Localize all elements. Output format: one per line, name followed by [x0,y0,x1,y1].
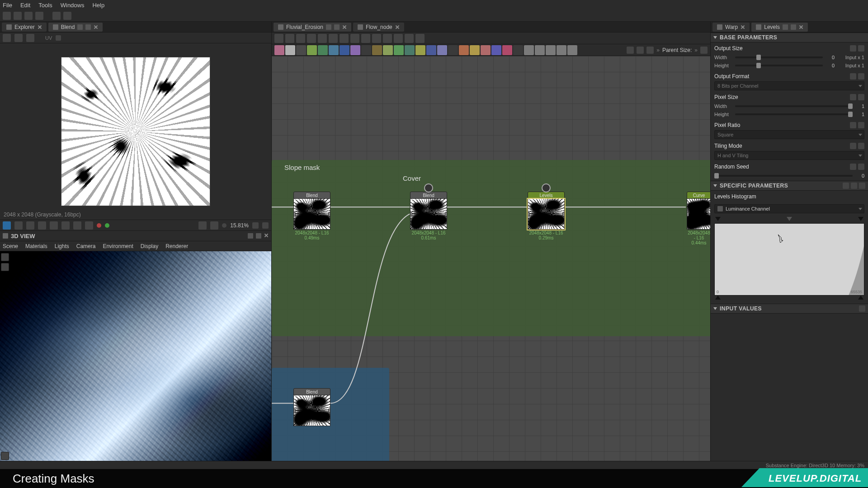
dropdown-output-format[interactable]: 8 Bits per Channel [714,81,864,90]
gizmo-icon[interactable] [1,452,9,460]
expose-icon[interactable] [850,73,856,80]
output-black-handle[interactable] [715,296,721,300]
palette-swatch[interactable] [524,45,534,55]
crop-icon[interactable] [415,34,425,43]
popout-icon[interactable] [334,24,340,30]
select-icon[interactable] [274,34,283,43]
palette-icon[interactable] [637,47,644,54]
copy-icon[interactable] [14,34,23,42]
palette-swatch[interactable] [405,45,415,55]
palette-swatch[interactable] [567,45,577,55]
unlink-icon[interactable] [372,34,381,43]
view-mode-icon[interactable] [3,221,11,230]
tab-fluvial-erosion[interactable]: Fluvial_Erosion [274,23,351,32]
ruler-icon[interactable] [50,221,58,230]
palette-swatch[interactable] [448,45,458,55]
expose-icon[interactable] [850,143,856,149]
palette-swatch[interactable] [481,45,491,55]
expose-icon[interactable] [850,122,856,128]
tab-flow-node[interactable]: Flow_node [353,23,404,32]
palette-icon[interactable] [627,47,634,54]
node-blend[interactable]: Blend 2048x2048 - L160.61ms [410,192,447,240]
preset-icon[interactable] [859,183,865,189]
levels-histogram[interactable]: 0 65535 [714,223,864,296]
channel-icon[interactable] [85,221,93,230]
close-icon[interactable] [799,25,803,29]
menu-help[interactable]: Help [92,2,104,9]
camera-icon[interactable] [1,253,9,261]
reset-icon[interactable] [858,164,864,170]
pin-icon[interactable] [326,24,331,30]
menu-edit[interactable]: Edit [20,2,30,9]
palette-swatch[interactable] [513,45,523,55]
section-specific-parameters[interactable]: SPECIFIC PARAMETERS [711,181,868,191]
node-input[interactable] [687,212,689,216]
palette-swatch[interactable] [307,45,317,55]
channel-r-icon[interactable] [97,223,101,228]
close-icon[interactable] [342,25,347,29]
slider-px-height[interactable] [735,113,853,115]
node-input[interactable] [293,212,296,216]
refresh-icon[interactable] [383,34,392,43]
expose-icon[interactable] [850,94,856,100]
zoom-icon[interactable] [318,34,327,43]
add-icon[interactable] [859,305,865,312]
palette-icon[interactable] [646,47,654,54]
slider-width[interactable] [735,56,823,58]
section-base-parameters[interactable]: BASE PARAMETERS [711,33,868,42]
menu-file[interactable]: File [3,2,12,9]
tab-display[interactable]: Display [141,243,158,249]
palette-swatch[interactable] [394,45,404,55]
node-curve[interactable]: Curve 2048x2048 - L160.44ms [687,192,710,245]
tab-renderer[interactable]: Renderer [165,243,188,249]
node-levels[interactable]: Levels 2048x2048 - L160.29ms [528,192,565,240]
expose-icon[interactable] [850,164,856,170]
node-output[interactable] [328,212,330,216]
pin-icon[interactable] [783,24,788,30]
palette-swatch[interactable] [535,45,545,55]
link-parent-icon[interactable] [700,47,708,54]
palette-swatch[interactable] [546,45,556,55]
save-icon[interactable] [24,12,33,20]
tool-icon[interactable] [26,221,34,230]
popout-icon[interactable] [791,24,796,30]
output-white-handle[interactable] [858,296,863,300]
popout-icon[interactable] [85,24,91,30]
info-icon[interactable] [307,34,316,43]
node-output[interactable] [445,212,447,216]
slider-height[interactable] [735,65,823,66]
node-output[interactable] [562,212,565,216]
compare-icon[interactable] [26,34,34,42]
section-input-values[interactable]: INPUT VALUES [711,304,868,314]
home-icon[interactable] [3,12,11,20]
input-white-handle[interactable] [858,217,863,221]
input-black-handle[interactable] [715,217,721,221]
palette-swatch[interactable] [426,45,436,55]
tab-levels[interactable]: Levels [751,23,808,32]
dot-icon[interactable] [222,223,226,228]
slider-px-width[interactable] [735,105,853,107]
info-icon[interactable] [61,221,70,230]
crosshair-icon[interactable] [198,221,207,230]
palette-swatch[interactable] [502,45,512,55]
palette-swatch[interactable] [329,45,339,55]
popout-icon[interactable] [256,233,261,239]
pin-icon[interactable] [248,233,253,239]
reset-icon[interactable] [858,94,864,100]
palette-swatch[interactable] [383,45,393,55]
dropdown-icon[interactable] [56,35,61,41]
lock-icon[interactable] [252,222,259,229]
close-icon[interactable] [264,233,269,238]
close-icon[interactable] [395,25,400,29]
histogram-icon[interactable] [73,221,81,230]
fit-icon[interactable] [329,34,338,43]
preset-icon[interactable] [843,183,849,189]
3d-viewport[interactable] [0,251,271,461]
input-mid-handle[interactable] [787,217,792,221]
slider-random-seed[interactable] [714,175,853,177]
tab-scene[interactable]: Scene [3,243,18,249]
reset-icon[interactable] [858,73,864,80]
dropdown-tiling-mode[interactable]: H and V Tiling [714,151,864,160]
list-icon[interactable] [350,34,359,43]
tab-warp[interactable]: Warp [712,23,750,32]
